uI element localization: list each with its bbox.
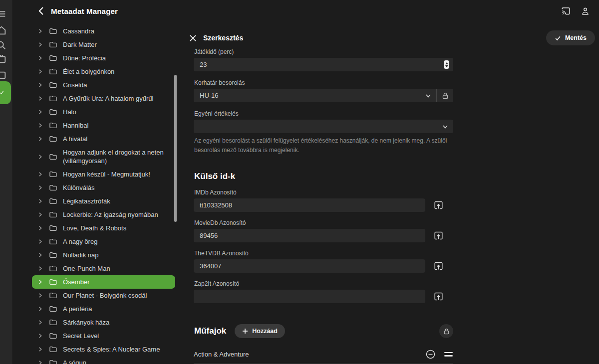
chevron-right-icon[interactable] <box>37 212 43 217</box>
external-ids-heading: Külső id-k <box>194 172 453 182</box>
zap2it-id-input[interactable] <box>194 290 425 303</box>
tree-item[interactable]: Secrets & Spies: A Nuclear Game <box>32 343 175 356</box>
tree-item[interactable]: One-Punch Man <box>32 262 175 275</box>
folder-icon <box>49 265 57 272</box>
tvdb-id-input[interactable] <box>194 259 425 273</box>
chevron-right-icon[interactable] <box>37 333 43 339</box>
chevron-right-icon[interactable] <box>37 225 43 231</box>
tree-item[interactable]: Sárkányok háza <box>32 316 175 329</box>
tree-item[interactable]: Hogyan adjunk el drogokat a neten (villá… <box>32 146 175 168</box>
chevron-right-icon[interactable] <box>37 360 43 364</box>
tree-item-label: Love, Death & Robots <box>63 224 126 232</box>
tree-item[interactable]: Cassandra <box>32 24 175 38</box>
chevron-right-icon[interactable] <box>37 239 43 244</box>
folder-icon <box>49 225 57 231</box>
tree-item[interactable]: A hivatal <box>32 132 175 146</box>
user-icon[interactable] <box>581 6 590 16</box>
chevron-right-icon[interactable] <box>37 293 43 298</box>
tree-item-label: Cassandra <box>63 27 94 35</box>
livetv-icon[interactable] <box>0 54 7 65</box>
custom-rating-select[interactable] <box>194 120 453 133</box>
add-genre-button[interactable]: Hozzáad <box>235 324 285 338</box>
metadata-nav-active-pill[interactable] <box>0 81 11 104</box>
tree-item[interactable]: Lockerbie: Az igazság nyomában <box>32 208 175 221</box>
remove-genre-button[interactable] <box>426 349 436 359</box>
chevron-right-icon[interactable] <box>37 185 43 190</box>
home-icon[interactable] <box>0 25 7 36</box>
tree-item[interactable]: Légikatasztrófák <box>32 194 175 208</box>
open-external-link-button[interactable] <box>432 199 444 211</box>
moviedb-id-input[interactable] <box>194 229 425 242</box>
tree-item[interactable]: Hogyan készül - Megmutatjuk! <box>32 168 175 181</box>
close-icon[interactable] <box>189 34 197 42</box>
chevron-right-icon[interactable] <box>37 28 43 34</box>
chevron-right-icon[interactable] <box>37 55 43 61</box>
chevron-right-icon[interactable] <box>37 347 43 352</box>
chevron-right-icon[interactable] <box>37 42 43 47</box>
folder-icon <box>49 171 57 178</box>
genre-row: Action & Adventure <box>194 345 453 364</box>
drag-handle-icon[interactable] <box>444 352 453 357</box>
tree-item[interactable]: Hannibal <box>32 119 175 132</box>
tree-item[interactable]: Our Planet - Bolygónk csodái <box>32 289 175 302</box>
tree-item[interactable]: Halo <box>32 105 175 119</box>
tree-item[interactable]: A periféria <box>32 302 175 316</box>
folder-icon <box>49 198 57 204</box>
tree-item-label: One-Punch Man <box>63 264 110 273</box>
tree-item[interactable]: Love, Death & Robots <box>32 221 175 235</box>
lock-field-button[interactable] <box>436 89 453 102</box>
tree-item[interactable]: Dark Matter <box>32 38 175 51</box>
chevron-right-icon[interactable] <box>37 136 43 142</box>
sidebar-scrollbar[interactable] <box>174 75 177 222</box>
chevron-right-icon[interactable] <box>37 266 43 271</box>
page-title: Metaadat Manager <box>51 7 118 15</box>
search-icon[interactable] <box>0 40 7 51</box>
tree-item[interactable]: A sógun <box>32 356 175 364</box>
tree-item[interactable]: Élet a bolygónkon <box>32 65 175 78</box>
chevron-right-icon[interactable] <box>37 82 43 88</box>
folder-icon <box>49 55 57 61</box>
open-in-browser-icon <box>433 230 444 241</box>
tree-item[interactable]: Griselda <box>32 78 175 92</box>
tree-item[interactable]: Secret Level <box>32 329 175 343</box>
tree-item[interactable]: Nulladik nap <box>32 248 175 262</box>
chevron-right-icon[interactable] <box>37 96 43 101</box>
number-spinner-icon[interactable] <box>444 60 449 69</box>
tree-item[interactable]: A Gyűrűk Ura: A hatalom gyűrűi <box>32 92 175 105</box>
chevron-right-icon[interactable] <box>37 123 43 128</box>
open-in-browser-icon <box>433 200 444 210</box>
open-external-link-button[interactable] <box>432 260 444 272</box>
chevron-right-icon[interactable] <box>37 252 43 258</box>
genre-list: Action & Adventure Animációs Drama <box>194 345 453 364</box>
chevron-right-icon[interactable] <box>37 154 43 160</box>
chevron-right-icon[interactable] <box>37 320 43 325</box>
menu-icon[interactable] <box>0 8 7 19</box>
chevron-right-icon[interactable] <box>37 279 43 285</box>
tree-item[interactable]: A nagy öreg <box>32 235 175 248</box>
parental-rating-select[interactable]: HU-16 <box>194 89 436 102</box>
save-button[interactable]: Mentés <box>546 30 595 45</box>
runtime-input[interactable] <box>194 58 453 71</box>
tree-item-label: Hannibal <box>63 121 88 130</box>
tree-item[interactable]: Dűne: Prófécia <box>32 51 175 65</box>
tree-item-selected[interactable]: Ősember <box>32 275 175 289</box>
open-external-link-button[interactable] <box>432 230 444 242</box>
open-external-link-button[interactable] <box>432 291 444 303</box>
chevron-right-icon[interactable] <box>37 69 43 74</box>
chevron-right-icon[interactable] <box>37 172 43 177</box>
chevron-right-icon[interactable] <box>37 109 43 115</box>
tree-item-label: Sárkányok háza <box>63 318 109 327</box>
lock-genres-button[interactable] <box>439 324 453 338</box>
back-icon[interactable] <box>36 5 47 16</box>
plus-icon <box>242 328 248 334</box>
tree-item-label: Légikatasztrófák <box>63 197 110 205</box>
imdb-id-input[interactable] <box>194 198 425 212</box>
tree-item-label: Dark Matter <box>63 40 97 49</box>
tree-item[interactable]: Különválás <box>32 181 175 194</box>
chevron-right-icon[interactable] <box>37 306 43 312</box>
cast-icon[interactable] <box>561 6 571 16</box>
chevron-right-icon[interactable] <box>37 198 43 204</box>
library-icon[interactable] <box>0 70 7 81</box>
folder-icon <box>49 252 57 258</box>
folder-icon <box>49 136 57 142</box>
